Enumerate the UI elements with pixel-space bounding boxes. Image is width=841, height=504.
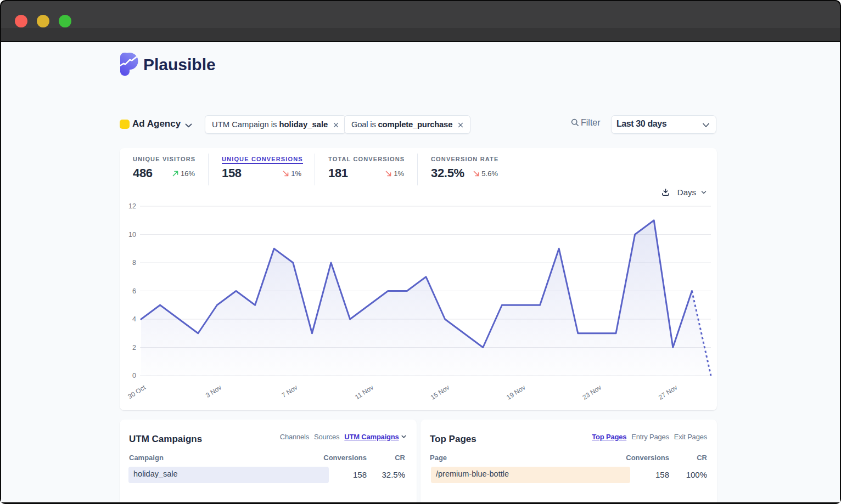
svg-text:4: 4 — [132, 315, 136, 323]
svg-text:3 Nov: 3 Nov — [204, 383, 223, 399]
svg-text:7 Nov: 7 Nov — [281, 383, 299, 399]
svg-text:0: 0 — [132, 372, 136, 380]
svg-text:8: 8 — [132, 259, 136, 267]
svg-text:2: 2 — [132, 344, 136, 352]
svg-text:12: 12 — [128, 202, 136, 210]
svg-text:30 Oct: 30 Oct — [126, 383, 147, 400]
svg-text:19 Nov: 19 Nov — [505, 383, 527, 401]
svg-text:27 Nov: 27 Nov — [657, 383, 679, 401]
svg-text:11 Nov: 11 Nov — [354, 383, 375, 401]
svg-text:10: 10 — [128, 231, 136, 239]
svg-text:15 Nov: 15 Nov — [429, 383, 451, 401]
svg-text:6: 6 — [132, 287, 136, 295]
svg-text:23 Nov: 23 Nov — [581, 383, 603, 401]
